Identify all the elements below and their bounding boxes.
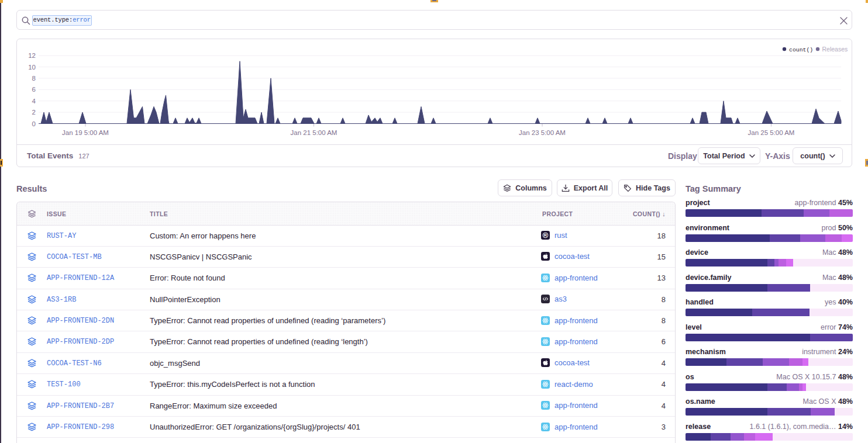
svg-text:Jan 25 5:00 AM: Jan 25 5:00 AM — [748, 129, 795, 136]
svg-text:Jan 19 5:00 AM: Jan 19 5:00 AM — [62, 129, 109, 136]
svg-text:6: 6 — [32, 86, 36, 93]
svg-text:R: R — [544, 233, 547, 238]
svg-text:12: 12 — [28, 52, 36, 59]
svg-text:Jan 21 5:00 AM: Jan 21 5:00 AM — [291, 129, 337, 136]
svg-text:Releases: Releases — [822, 46, 848, 53]
svg-text:2: 2 — [32, 109, 36, 116]
svg-text:4: 4 — [32, 98, 36, 105]
svg-text:count(): count() — [789, 47, 813, 53]
svg-text:8: 8 — [32, 75, 36, 82]
svg-text:Jan 23 5:00 AM: Jan 23 5:00 AM — [519, 129, 566, 136]
svg-text:0: 0 — [32, 120, 36, 127]
svg-text:10: 10 — [28, 64, 36, 71]
